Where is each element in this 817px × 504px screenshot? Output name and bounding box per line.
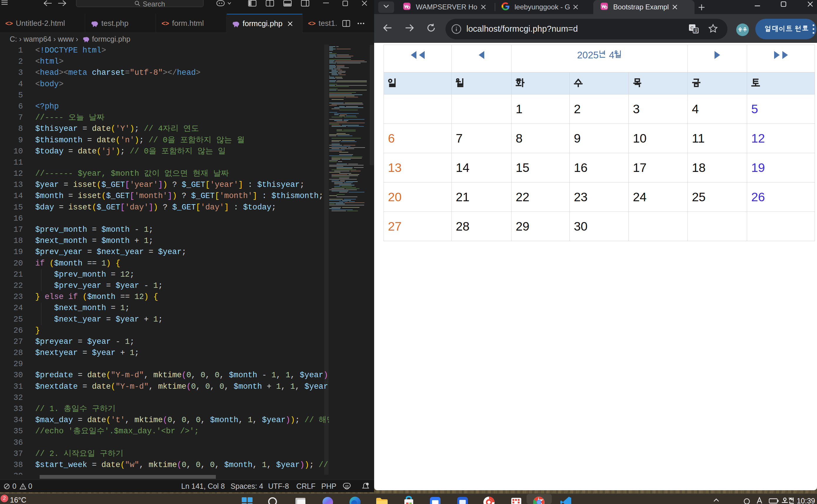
svg-text:文: 文 <box>694 28 698 33</box>
